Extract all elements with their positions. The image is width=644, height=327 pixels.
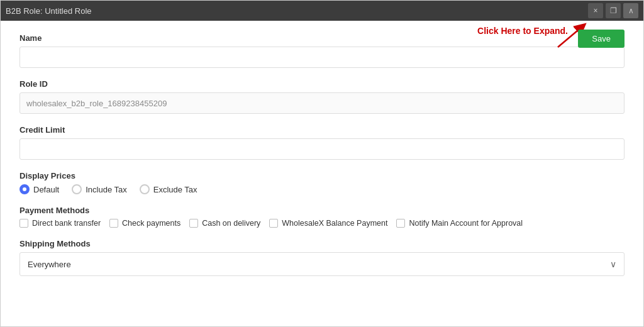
credit-limit-label: Credit Limit bbox=[19, 125, 625, 135]
title-bar-left: B2B Role: Untitled Role bbox=[6, 6, 92, 16]
role-id-section: Role ID bbox=[19, 79, 625, 114]
chevron-down-icon: ∨ bbox=[610, 259, 616, 269]
checkbox-label-wholesalex-balance: WholesaleX Balance Payment bbox=[282, 219, 387, 228]
name-input[interactable] bbox=[19, 47, 625, 68]
expand-button[interactable]: ∧ bbox=[623, 3, 638, 18]
copy-button[interactable]: ❐ bbox=[606, 3, 621, 18]
checkbox-label-notify-main: Notify Main Account for Approval bbox=[409, 219, 523, 228]
payment-notify-main[interactable]: Notify Main Account for Approval bbox=[396, 219, 523, 228]
name-section: Name bbox=[19, 33, 625, 68]
title-bar-controls: × ❐ ∧ bbox=[588, 3, 638, 18]
payment-methods-section: Payment Methods Direct bank transfer Che… bbox=[19, 206, 625, 228]
checkbox-notify-main bbox=[396, 219, 405, 228]
display-prices-section: Display Prices Default Include Tax Exclu… bbox=[19, 171, 625, 194]
display-prices-label: Display Prices bbox=[19, 171, 625, 180]
payment-cash-on-delivery[interactable]: Cash on delivery bbox=[189, 219, 260, 228]
display-prices-radio-group: Default Include Tax Exclude Tax bbox=[19, 184, 625, 194]
checkbox-wholesalex-balance bbox=[269, 219, 278, 228]
radio-circle-exclude-tax bbox=[140, 184, 150, 194]
payment-methods-label: Payment Methods bbox=[19, 206, 625, 215]
radio-label-include-tax: Include Tax bbox=[86, 185, 127, 194]
role-id-label: Role ID bbox=[19, 79, 625, 89]
radio-default[interactable]: Default bbox=[19, 184, 59, 194]
name-label: Name bbox=[19, 33, 625, 43]
credit-limit-input[interactable] bbox=[19, 138, 625, 160]
credit-limit-section: Credit Limit bbox=[19, 125, 625, 160]
radio-label-exclude-tax: Exclude Tax bbox=[153, 185, 197, 194]
checkbox-label-check-payments: Check payments bbox=[122, 219, 180, 228]
window-title: B2B Role: Untitled Role bbox=[6, 6, 92, 16]
content-area: Click Here to Expand. Save Name Role ID bbox=[1, 21, 643, 326]
shipping-methods-section: Shipping Methods Everywhere ∨ bbox=[19, 239, 625, 276]
radio-circle-include-tax bbox=[72, 184, 82, 194]
title-bar: B2B Role: Untitled Role × ❐ ∧ bbox=[1, 1, 643, 21]
checkbox-cash-on-delivery bbox=[189, 219, 198, 228]
save-button[interactable]: Save bbox=[578, 30, 625, 48]
role-id-input bbox=[19, 92, 625, 114]
shipping-dropdown-value: Everywhere bbox=[28, 260, 71, 269]
radio-exclude-tax[interactable]: Exclude Tax bbox=[140, 184, 197, 194]
payment-check-payments[interactable]: Check payments bbox=[109, 219, 180, 228]
payment-direct-bank[interactable]: Direct bank transfer bbox=[19, 219, 101, 228]
checkbox-check-payments bbox=[109, 219, 118, 228]
payment-wholesalex-balance[interactable]: WholesaleX Balance Payment bbox=[269, 219, 387, 228]
checkbox-direct-bank bbox=[19, 219, 28, 228]
radio-include-tax[interactable]: Include Tax bbox=[72, 184, 127, 194]
main-window: B2B Role: Untitled Role × ❐ ∧ Click Here… bbox=[0, 0, 644, 327]
checkbox-label-direct-bank: Direct bank transfer bbox=[32, 219, 101, 228]
radio-label-default: Default bbox=[33, 185, 59, 194]
shipping-methods-label: Shipping Methods bbox=[19, 239, 625, 248]
radio-circle-default bbox=[19, 184, 30, 194]
shipping-dropdown[interactable]: Everywhere ∨ bbox=[19, 252, 625, 276]
payment-methods-group: Direct bank transfer Check payments Cash… bbox=[19, 219, 625, 228]
checkbox-label-cash-on-delivery: Cash on delivery bbox=[202, 219, 260, 228]
close-button[interactable]: × bbox=[588, 3, 603, 18]
